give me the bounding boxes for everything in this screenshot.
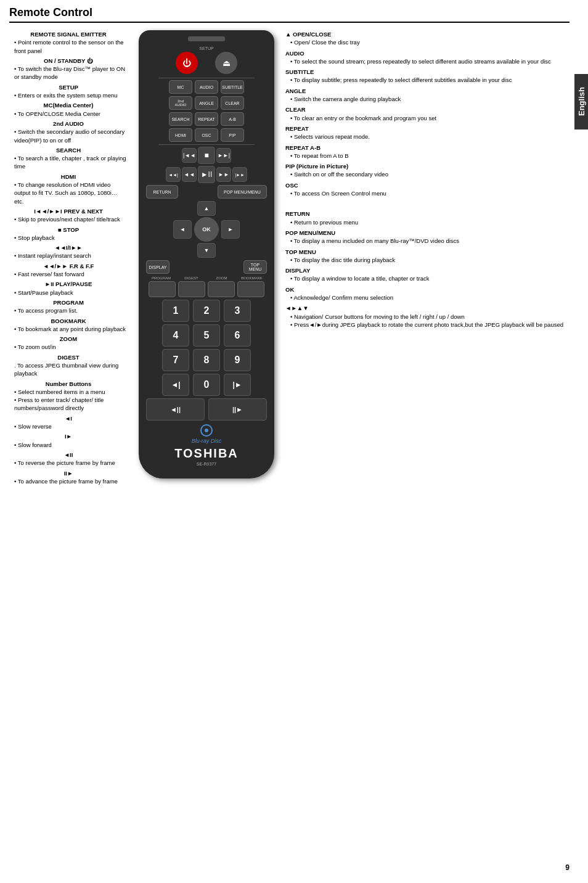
pip-button[interactable]: PIP bbox=[221, 128, 244, 142]
num-3-button[interactable]: 3 bbox=[224, 300, 251, 322]
numpad-row-3: 7 8 9 bbox=[146, 349, 267, 371]
play-pause-button[interactable]: ►II bbox=[198, 166, 215, 183]
left-entry-prev-next: I◄◄/►►I PREV & NEXT • Skip to previous/n… bbox=[9, 207, 128, 224]
pop-menu-button[interactable]: POP MENU/MENU bbox=[218, 185, 267, 199]
subtitle-button[interactable]: SUBTITLE bbox=[221, 80, 244, 94]
prev-chapter-button[interactable]: |◄◄ bbox=[182, 148, 197, 163]
top-menu-button[interactable]: TOP MENU bbox=[243, 260, 267, 274]
right-entry-audio: AUDIO • To select the sound stream; pres… bbox=[285, 49, 570, 66]
btn-row-3: SEARCH REPEAT A-B bbox=[146, 112, 267, 126]
slow-rev-button[interactable]: ◄| bbox=[162, 374, 189, 396]
program-shortcut-button[interactable] bbox=[149, 281, 176, 297]
nav-right-button[interactable]: ► bbox=[221, 220, 240, 239]
svg-point-1 bbox=[205, 429, 208, 432]
left-entry-mc: MC(Media Center) • To OPEN/CLOSE Media C… bbox=[9, 101, 128, 118]
digest-shortcut-button[interactable] bbox=[178, 281, 205, 297]
frame-rev-button[interactable]: ◄|| bbox=[146, 398, 205, 421]
stop-button[interactable]: ■ bbox=[198, 147, 215, 164]
bookmark-label: BOOKMARK bbox=[237, 276, 267, 280]
left-entry-instant: ◄◄I/I►► • Instant replay/instant search bbox=[9, 244, 128, 260]
num-7-button[interactable]: 7 bbox=[162, 349, 189, 371]
model-number: SE-R0377 bbox=[146, 462, 267, 466]
nav-left-button[interactable]: ◄ bbox=[173, 220, 192, 239]
eject-button[interactable]: ⏏ bbox=[215, 52, 237, 74]
right-entry-display: DISPLAY • To display a window to locate … bbox=[285, 266, 570, 283]
slow-fwd-button[interactable]: |► bbox=[224, 374, 251, 396]
right-entry-pip: PIP (Picture in Picture) • Switch on or … bbox=[285, 162, 570, 179]
bluray-logo: Blu-ray Disc bbox=[146, 424, 267, 444]
three-column-layout: REMOTE SIGNAL EMITTER • Point remote con… bbox=[9, 30, 570, 487]
fast-forward-button[interactable]: ►► bbox=[216, 167, 231, 182]
left-entry-fr-ff: ◄◄/►► F.R & F.F • Fast reverse/ fast for… bbox=[9, 262, 128, 279]
transport-row-2: ◄◄| ◄◄ ►II ►► |►► bbox=[146, 166, 267, 183]
instant-replay-button[interactable]: ◄◄| bbox=[166, 167, 181, 182]
audio-button[interactable]: AUDIO bbox=[195, 80, 218, 94]
english-tab: English bbox=[574, 74, 588, 129]
rewind-button[interactable]: ◄◄ bbox=[182, 167, 197, 182]
main-content: Remote Control REMOTE SIGNAL EMITTER • P… bbox=[9, 6, 570, 865]
left-entry-on-standby: ON / STANDBY ⏻ • To switch the Blu-ray D… bbox=[9, 57, 128, 81]
repeat-button[interactable]: REPEAT bbox=[195, 112, 218, 126]
hdmi-button[interactable]: HDMI bbox=[169, 128, 192, 142]
num-5-button[interactable]: 5 bbox=[193, 324, 220, 347]
nav-up-button[interactable]: ▲ bbox=[197, 201, 216, 216]
clear-button[interactable]: CLEAR bbox=[221, 96, 244, 110]
toshiba-logo: TOSHIBA bbox=[146, 446, 267, 461]
instant-search-button[interactable]: |►► bbox=[232, 167, 247, 182]
page-title: Remote Control bbox=[9, 6, 570, 23]
right-entry-repeat: REPEAT • Selects various repeat mode. bbox=[285, 125, 570, 141]
divider-1 bbox=[158, 78, 255, 78]
num-2-button[interactable]: 2 bbox=[193, 300, 220, 322]
num-0-button[interactable]: 0 bbox=[193, 374, 220, 396]
setup-label: SETUP bbox=[146, 46, 267, 51]
osc-button[interactable]: OSC bbox=[195, 128, 218, 142]
num-4-button[interactable]: 4 bbox=[162, 324, 189, 347]
small-labels-row: PROGRAM DIGEST ZOOM BOOKMARK bbox=[146, 276, 267, 280]
return-button[interactable]: RETURN bbox=[146, 185, 178, 199]
ir-emitter bbox=[188, 36, 225, 41]
shortcut-buttons-row bbox=[146, 281, 267, 297]
left-entry-2nd-audio: 2nd AUDIO • Switch the secondary audio o… bbox=[9, 120, 128, 144]
next-chapter-button[interactable]: ►►| bbox=[216, 148, 231, 163]
remote-body: SETUP ⏻ ⏏ MC AUDIO SUBTITLE 2ndAUDI bbox=[139, 30, 274, 478]
left-entry-setup: SETUP • Enters or exits the system setup… bbox=[9, 83, 128, 100]
ok-button[interactable]: OK bbox=[194, 217, 219, 242]
angle-button[interactable]: ANGLE bbox=[195, 96, 218, 110]
num-9-button[interactable]: 9 bbox=[224, 349, 251, 371]
bluray-text: Blu-ray Disc bbox=[146, 438, 267, 444]
left-entry-play-pause: ►II PLAY/PAUSE • Start/Pause playback bbox=[9, 280, 128, 297]
num-6-button[interactable]: 6 bbox=[224, 324, 251, 347]
right-entry-clear: CLEAR • To clear an entry or the bookmar… bbox=[285, 105, 570, 122]
right-entry-subtitle: SUBTITLE • To display subtitle; press re… bbox=[285, 68, 570, 84]
digest-label: DIGEST bbox=[176, 276, 206, 280]
numpad-row-0: ◄| 0 |► bbox=[146, 374, 267, 396]
remote-control: SETUP ⏻ ⏏ MC AUDIO SUBTITLE 2ndAUDI bbox=[133, 30, 280, 487]
left-entry-program: PROGRAM • To access program list. bbox=[9, 298, 128, 315]
left-column: REMOTE SIGNAL EMITTER • Point remote con… bbox=[9, 30, 133, 487]
search-button[interactable]: SEARCH bbox=[169, 112, 192, 126]
btn-row-1: MC AUDIO SUBTITLE bbox=[146, 80, 267, 94]
left-entry-bookmark: BOOKMARK • To bookmark at any point duri… bbox=[9, 317, 128, 334]
frame-fwd-button[interactable]: ||► bbox=[208, 398, 267, 421]
display-button[interactable]: DISPLAY bbox=[146, 260, 169, 274]
zoom-shortcut-button[interactable] bbox=[208, 281, 235, 297]
power-button[interactable]: ⏻ bbox=[176, 52, 198, 74]
left-entry-zoom: ZOOM • To zoom out/in bbox=[9, 335, 128, 351]
right-column: ▲ OPEN/CLOSE • Open/ Close the disc tray… bbox=[280, 30, 570, 487]
left-entry-digest: DIGEST . To access JPEG thumbnail view d… bbox=[9, 353, 128, 378]
2nd-audio-button[interactable]: 2ndAUDIO bbox=[169, 96, 192, 110]
num-8-button[interactable]: 8 bbox=[193, 349, 220, 371]
setup-section: SETUP ⏻ ⏏ bbox=[146, 46, 267, 74]
nav-down-button[interactable]: ▼ bbox=[197, 243, 216, 258]
bookmark-shortcut-button[interactable] bbox=[237, 281, 264, 297]
mc-button[interactable]: MC bbox=[169, 80, 192, 94]
btn-row-4: HDMI OSC PIP bbox=[146, 128, 267, 142]
numpad-row-1: 1 2 3 bbox=[146, 300, 267, 322]
left-entry-remote-signal: REMOTE SIGNAL EMITTER • Point remote con… bbox=[9, 30, 128, 55]
num-1-button[interactable]: 1 bbox=[162, 300, 189, 322]
display-topmenu-row: DISPLAY TOP MENU bbox=[146, 260, 267, 274]
numpad-row-2: 4 5 6 bbox=[146, 324, 267, 347]
right-entry-open-close: ▲ OPEN/CLOSE • Open/ Close the disc tray bbox=[285, 30, 570, 47]
ab-button[interactable]: A-B bbox=[221, 112, 244, 126]
right-entry-osc: OSC • To access On Screen Control menu bbox=[285, 181, 570, 198]
